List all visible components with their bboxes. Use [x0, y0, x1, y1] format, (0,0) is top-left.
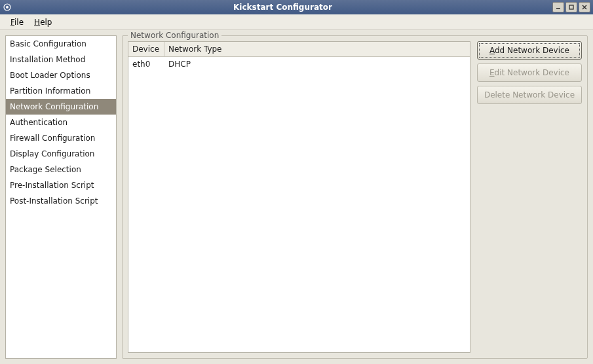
menu-file-rest: ile [14, 18, 24, 27]
sidebar-item-pre-installation-script[interactable]: Pre-Installation Script [6, 177, 116, 193]
group-body: Device Network Type eth0 DHCP Add Networ… [128, 41, 582, 353]
sidebar-item-basic-configuration[interactable]: Basic Configuration [6, 36, 116, 52]
sidebar-item-post-installation-script[interactable]: Post-Installation Script [6, 193, 116, 209]
svg-point-1 [6, 6, 9, 9]
cell-network-type: DHCP [164, 57, 470, 71]
menu-file[interactable]: File [5, 16, 29, 29]
button-column: Add Network Device Edit Network Device D… [477, 41, 582, 353]
main-panel: Network Configuration Device Network Typ… [122, 35, 588, 359]
cell-device: eth0 [128, 57, 164, 71]
content-area: Basic Configuration Installation Method … [0, 30, 593, 364]
table-header: Device Network Type [128, 42, 470, 57]
window-minimize-button[interactable] [552, 2, 564, 12]
menu-help[interactable]: Help [29, 16, 57, 29]
window-close-button[interactable] [579, 2, 590, 12]
sidebar-item-package-selection[interactable]: Package Selection [6, 162, 116, 177]
sidebar-item-boot-loader-options[interactable]: Boot Loader Options [6, 67, 116, 83]
delete-label: Delete Network Device [484, 90, 575, 100]
column-header-device[interactable]: Device [128, 42, 164, 56]
sidebar-item-firewall-configuration[interactable]: Firewall Configuration [6, 130, 116, 146]
add-label-rest: dd Network Device [495, 46, 569, 55]
window-title: Kickstart Configurator [14, 3, 551, 12]
sidebar-item-installation-method[interactable]: Installation Method [6, 52, 116, 67]
svg-rect-3 [569, 5, 573, 9]
edit-network-device-button: Edit Network Device [477, 64, 582, 82]
delete-network-device-button: Delete Network Device [477, 86, 582, 104]
menu-help-rest: elp [40, 18, 52, 27]
group-title: Network Configuration [128, 31, 221, 40]
window-maximize-button[interactable] [565, 2, 577, 12]
add-network-device-button[interactable]: Add Network Device [477, 41, 582, 60]
menubar: File Help [0, 14, 593, 30]
table-body: eth0 DHCP [128, 57, 470, 352]
network-configuration-group: Network Configuration Device Network Typ… [122, 35, 588, 359]
sidebar-item-network-configuration[interactable]: Network Configuration [6, 99, 116, 115]
column-header-network-type[interactable]: Network Type [164, 42, 470, 56]
sidebar: Basic Configuration Installation Method … [5, 35, 117, 359]
sidebar-item-partition-information[interactable]: Partition Information [6, 83, 116, 99]
network-device-table[interactable]: Device Network Type eth0 DHCP [128, 41, 470, 353]
edit-label-rest: dit Network Device [495, 68, 569, 77]
sidebar-item-authentication[interactable]: Authentication [6, 115, 116, 130]
app-icon [3, 3, 12, 12]
window-titlebar: Kickstart Configurator [0, 0, 593, 14]
sidebar-item-display-configuration[interactable]: Display Configuration [6, 146, 116, 162]
table-row[interactable]: eth0 DHCP [128, 57, 470, 71]
